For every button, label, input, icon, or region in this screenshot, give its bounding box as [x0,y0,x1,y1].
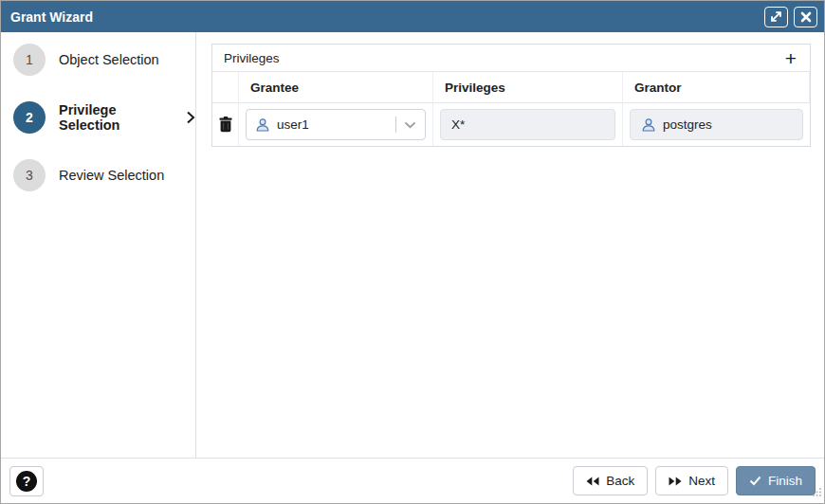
maximize-icon [770,10,782,23]
step-number-badge: 3 [13,159,46,191]
select-separator [395,117,396,133]
grantor-value: postgres [663,117,712,132]
privileges-value: X* [451,117,465,132]
delete-row-button[interactable] [217,115,234,135]
add-privilege-button[interactable]: + [783,48,798,68]
column-header-grantee: Grantee [239,72,433,103]
chevron-down-icon[interactable] [404,121,416,129]
privileges-cell: X* [433,103,623,146]
finish-label: Finish [768,474,802,488]
grantee-value: user1 [277,117,309,132]
back-button[interactable]: Back [573,466,648,495]
footer-bar: ? Back Next [1,458,824,503]
close-icon [800,11,812,23]
privileges-panel: Privileges + Grantee Privileges Grantor [211,44,811,147]
close-button[interactable] [794,7,817,27]
wizard-steps-sidebar: 1 Object Selection 2 Privilege Selection… [1,32,196,458]
chevron-right-icon [186,111,195,124]
titlebar[interactable]: Grant Wizard [1,1,824,32]
maximize-button[interactable] [764,7,788,27]
back-label: Back [606,474,634,488]
trash-icon [219,117,232,133]
help-icon: ? [16,471,37,492]
column-header-grantor: Grantor [623,72,810,103]
next-button[interactable]: Next [655,466,728,495]
step-label: Privilege Selection [59,102,176,133]
privileges-field[interactable]: X* [440,109,615,140]
resize-grip[interactable] [812,484,822,501]
step-number-badge: 1 [13,44,46,76]
privileges-panel-header: Privileges + [212,45,810,72]
privileges-table: Grantee Privileges Grantor [212,72,810,146]
panel-title: Privileges [224,51,280,65]
column-header-privileges: Privileges [433,72,623,103]
user-icon [255,117,270,133]
step-number-badge: 2 [13,101,46,134]
user-icon [641,117,656,133]
step-label: Review Selection [59,168,164,183]
table-row-delete-cell [212,103,239,146]
grantor-cell: postgres [623,103,810,146]
grantee-select[interactable]: user1 [246,109,426,140]
step-privilege-selection: 2 Privilege Selection [1,101,195,134]
grantee-cell: user1 [239,103,433,146]
step-object-selection: 1 Object Selection [1,44,195,76]
next-label: Next [688,474,715,488]
main-content: Privileges + Grantee Privileges Grantor [196,32,824,458]
grantor-field: postgres [630,109,803,140]
window-title: Grant Wizard [10,9,759,25]
double-left-arrow-icon [586,477,599,486]
step-label: Object Selection [59,52,159,67]
double-right-arrow-icon [669,477,682,486]
step-review-selection: 3 Review Selection [1,159,195,191]
grant-wizard-dialog: Grant Wizard 1 O [0,0,825,504]
column-header-delete [212,72,239,103]
help-button[interactable]: ? [9,466,44,496]
finish-button[interactable]: Finish [736,466,816,495]
check-icon [749,476,761,486]
